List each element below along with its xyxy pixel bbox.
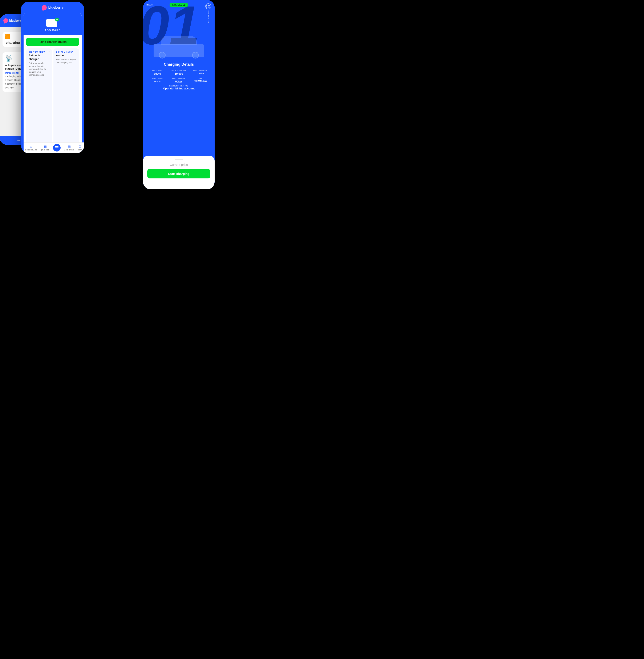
addcard-label: ADD CARD: [64, 149, 74, 151]
dashboard-label: DASHBOARD: [25, 149, 38, 151]
charging-details-panel: Charging Details MAX. SOC 100% MAX. AMOU…: [143, 59, 214, 93]
detail-max-power: MAX. POWER 50kW: [169, 77, 189, 83]
chademo-dots: [206, 5, 211, 7]
charger-icon: 📡: [5, 55, 13, 62]
qrcode-icon: ▦: [44, 144, 47, 149]
phone-right-top: 01 BACK AVAILABLE CHADEMO: [143, 0, 214, 59]
payment-value: Operator billing account: [163, 87, 194, 90]
nav-dashboard[interactable]: ⌂ DASHBOARD: [25, 145, 38, 151]
car-image: [150, 31, 208, 57]
qrcode-label: QR CODE: [41, 149, 49, 151]
available-badge: AVAILABLE: [169, 3, 188, 7]
menu-line-2: [55, 147, 59, 148]
blueberry-brand-name-mid: blueberry: [48, 6, 64, 9]
bottom-navbar: ⌂ DASHBOARD ▦ QR CODE ▤ ADD CARD ⚙ SETT: [24, 142, 84, 153]
detail-label-max-power: MAX. POWER: [172, 77, 186, 79]
nav-settings[interactable]: ⚙ SETT: [78, 144, 82, 151]
detail-value-vat: PT222444555: [194, 80, 207, 82]
addcard-icon: ▤: [68, 144, 71, 149]
nav-qrcode[interactable]: ▦ QR CODE: [41, 144, 49, 151]
blueberry-brand-name-left: blueberry: [9, 19, 23, 22]
dashboard-icon: ⌂: [30, 145, 32, 149]
settings-icon: ⚙: [78, 144, 82, 149]
start-charging-button[interactable]: Start charging: [147, 169, 210, 178]
payment-section: PAYMENT METHOD Operator billing account: [147, 85, 210, 90]
dyk-tag-1: DID YOU KNOW: [29, 51, 49, 53]
car-roof: [161, 36, 197, 45]
detail-value-max-power: 50kW: [175, 80, 182, 83]
detail-value-max-energy: -- kWh: [197, 72, 204, 75]
detail-label-max-amount: MAX. AMOUNT: [171, 70, 186, 72]
dyk-text-1: Pair your mobile phone with an i-chargin…: [29, 62, 49, 76]
blueberry-icon-mid: [41, 4, 47, 11]
menu-line-3: [55, 149, 59, 149]
detail-label-max-time: MAX. TIME: [152, 77, 163, 79]
charging-details-title: Charging Details: [147, 62, 210, 67]
menu-lines-icon: [55, 146, 59, 149]
menu-line-1: [55, 146, 59, 147]
phone-mid-header: blueberry: [21, 2, 84, 13]
plus-icon: +: [55, 18, 59, 21]
instructions-text-4: ging logo.: [5, 86, 14, 89]
payment-label: PAYMENT METHOD: [169, 85, 188, 87]
detail-max-amount: MAX. AMOUNT 10,00€: [169, 70, 189, 75]
blueberry-icon: [3, 18, 9, 24]
back-button[interactable]: BACK: [146, 3, 153, 6]
car-wheel-right: [192, 52, 199, 59]
nav-menu-button[interactable]: [53, 144, 61, 152]
dyk-card-2: DID YOU KNOW Authen Your mobile is all y…: [53, 48, 79, 152]
dyk-text-2: Your mobile is all you nee charging sta: [56, 58, 76, 64]
settings-label: SETT: [78, 149, 82, 151]
detail-label-max-energy: MAX. ENERGY: [193, 70, 208, 72]
detail-max-time: MAX. TIME --:--:--: [147, 77, 167, 83]
car-wheel-left: [159, 52, 166, 59]
chademo-text: CHADEMO: [207, 10, 209, 23]
pair-charger-button[interactable]: Pair a charger station: [26, 38, 79, 46]
chademo-label: CHADEMO: [205, 3, 211, 23]
phone-right: 01 BACK AVAILABLE CHADEMO: [143, 0, 214, 189]
current-price-label: Current price: [170, 163, 188, 166]
instructions-text-1: a i-charging station: [5, 75, 23, 78]
blueberry-logo-left: blueberry: [3, 18, 23, 23]
add-card-label[interactable]: ADD CARD: [44, 29, 61, 32]
phone-mid-content: + ADD CARD Pair a charger station DID YO…: [24, 13, 82, 152]
add-card-icon-wrapper: +: [46, 18, 59, 27]
dyk-card-1: DID YOU KNOW ✕ Pair with charger Pair yo…: [26, 48, 52, 152]
blueberry-logo-mid: blueberry: [42, 5, 64, 10]
detail-value-max-amount: 10,00€: [175, 72, 183, 75]
detail-max-energy: MAX. ENERGY -- kWh: [190, 70, 210, 75]
detail-value-max-soc: 100%: [154, 72, 161, 75]
dyk-tag-2: DID YOU KNOW: [56, 51, 76, 53]
dyk-title-1: Pair with charger: [29, 54, 49, 61]
dyk-close-1[interactable]: ✕: [48, 50, 50, 53]
dyk-title-2: Authen: [56, 54, 76, 58]
chademo-icon: [205, 3, 211, 9]
details-grid: MAX. SOC 100% MAX. AMOUNT 10,00€ MAX. EN…: [147, 70, 210, 83]
detail-max-soc: MAX. SOC 100%: [147, 70, 167, 75]
add-card-section: + ADD CARD: [24, 13, 82, 35]
detail-label-max-soc: MAX. SOC: [152, 70, 163, 72]
nav-addcard[interactable]: ▤ ADD CARD: [64, 144, 74, 151]
detail-value-max-time: --:--:--: [154, 80, 160, 83]
bottom-handle: [175, 159, 183, 159]
phone-right-bottom: Current price Start charging: [143, 156, 214, 189]
phone-mid: blueberry + ADD CARD Pair a charger stat…: [21, 2, 84, 153]
detail-label-vat: VAT: [199, 77, 202, 79]
instructions-label: Instructions:: [5, 71, 19, 74]
detail-vat: VAT PT222444555: [190, 77, 210, 83]
did-you-know-row: DID YOU KNOW ✕ Pair with charger Pair yo…: [24, 48, 82, 152]
